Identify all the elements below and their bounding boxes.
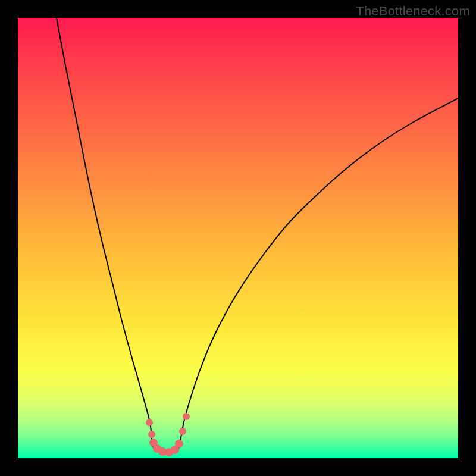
valley-marker — [183, 413, 190, 420]
valley-marker — [175, 440, 183, 448]
left-descending-curve — [57, 18, 152, 446]
valley-marker — [179, 428, 186, 435]
bottleneck-curve-plot — [18, 18, 458, 458]
valley-marker-group — [146, 413, 190, 456]
watermark-text: TheBottleneck.com — [356, 4, 470, 19]
valley-marker — [148, 431, 155, 438]
right-ascending-curve — [180, 98, 458, 446]
valley-marker — [146, 419, 153, 426]
chart-frame — [18, 18, 458, 458]
